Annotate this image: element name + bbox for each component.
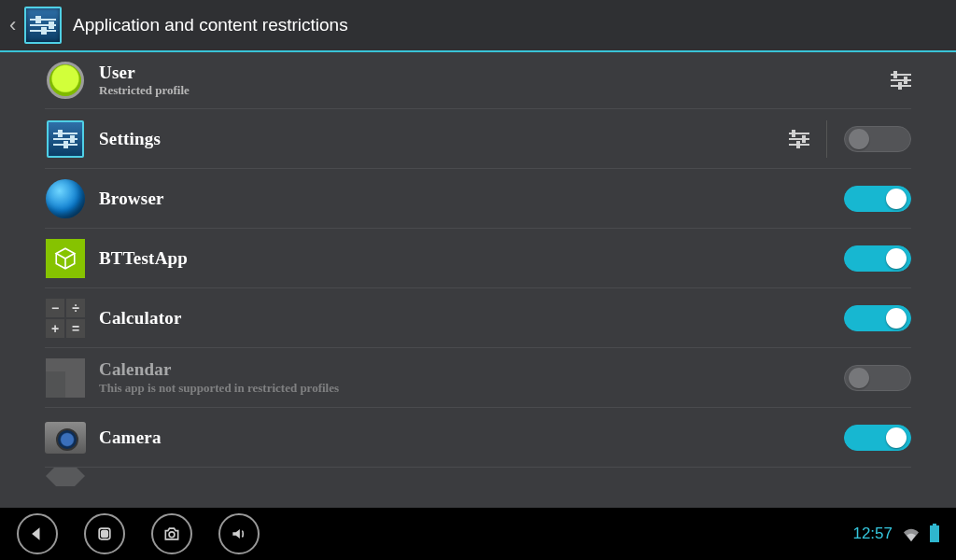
nav-recents-button[interactable] — [84, 513, 125, 554]
app-name-label: Calendar — [99, 359, 844, 380]
app-name-label: BTTestApp — [99, 248, 844, 269]
app-row-next-partial[interactable]: . — [45, 468, 911, 486]
navigation-bar: 12:57 — [0, 508, 956, 560]
page-title: Application and content restrictions — [73, 15, 348, 35]
nav-back-button[interactable] — [17, 513, 58, 554]
status-clock: 12:57 — [852, 525, 893, 543]
browser-icon — [45, 178, 86, 219]
bttestapp-icon — [45, 238, 86, 279]
app-row-settings[interactable]: Settings — [45, 109, 911, 169]
settings-app-icon[interactable] — [24, 7, 62, 44]
content-area: User Restricted profile Settings — [0, 52, 956, 508]
user-avatar-icon — [45, 60, 86, 101]
app-subtitle-label: This app is not supported in restricted … — [99, 381, 844, 396]
app-toggle-calculator[interactable] — [844, 305, 911, 331]
app-row-calendar: Calendar This app is not supported in re… — [45, 348, 911, 408]
app-name-label: Calculator — [99, 308, 844, 329]
calculator-icon: −÷+= — [45, 298, 86, 339]
app-row-bttestapp[interactable]: BTTestApp — [45, 229, 911, 288]
app-name-label: Browser — [99, 189, 844, 209]
user-name-label: User — [99, 63, 891, 83]
svg-rect-1 — [102, 531, 108, 538]
nav-volume-button[interactable] — [218, 513, 260, 554]
app-tune-icon[interactable] — [789, 133, 809, 146]
calendar-icon — [45, 357, 86, 399]
status-area[interactable]: 12:57 — [852, 525, 939, 543]
camera-icon — [45, 417, 86, 458]
nav-screenshot-button[interactable] — [151, 513, 192, 554]
app-toggle-bttestapp[interactable] — [844, 245, 911, 272]
action-bar: ‹ Application and content restrictions — [0, 0, 956, 52]
user-subtitle-label: Restricted profile — [99, 83, 891, 98]
app-toggle-camera[interactable] — [844, 425, 911, 451]
wifi-icon — [902, 526, 921, 541]
app-row-browser[interactable]: Browser — [45, 169, 911, 229]
battery-icon — [930, 525, 939, 542]
app-toggle-settings[interactable] — [844, 126, 911, 152]
generic-app-icon — [45, 468, 86, 486]
user-settings-icon[interactable] — [891, 74, 911, 87]
separator — [826, 120, 827, 158]
settings-icon — [45, 119, 86, 160]
app-row-camera[interactable]: Camera — [45, 408, 911, 468]
back-button[interactable]: ‹ — [9, 13, 24, 37]
app-name-label: Camera — [99, 427, 844, 448]
user-row[interactable]: User Restricted profile — [45, 52, 911, 109]
restrictions-list: User Restricted profile Settings — [0, 52, 956, 486]
app-toggle-calendar — [844, 365, 911, 391]
svg-point-2 — [169, 532, 175, 538]
app-name-label: Settings — [99, 129, 789, 149]
app-row-calculator[interactable]: −÷+= Calculator — [45, 288, 911, 348]
app-toggle-browser[interactable] — [844, 186, 911, 212]
